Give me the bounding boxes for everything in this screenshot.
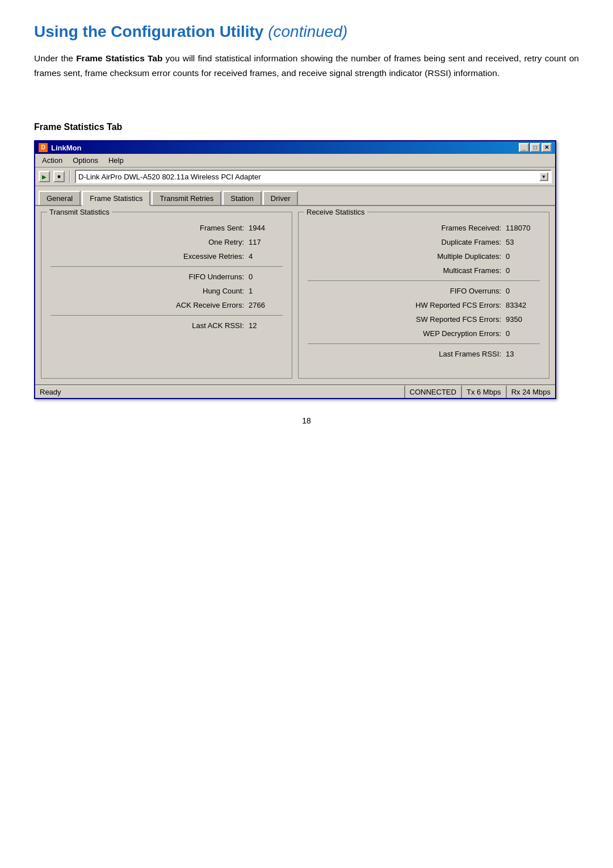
- tab-general[interactable]: General: [39, 191, 81, 205]
- stat-value: 0: [506, 252, 540, 261]
- page-number: 18: [34, 416, 579, 425]
- stat-row: Last Frames RSSI: 13: [308, 350, 540, 358]
- stat-label: FIFO Overruns:: [308, 287, 501, 295]
- toolbar: ▶ ■ D-Link AirPro DWL-A520 802.11a Wirel…: [35, 167, 555, 186]
- stop-button[interactable]: ■: [53, 171, 65, 182]
- tab-frame-statistics[interactable]: Frame Statistics: [82, 191, 150, 206]
- stat-row: SW Reported FCS Errors: 9350: [308, 315, 540, 324]
- stat-value: 0: [506, 287, 540, 295]
- section-title: Frame Statistics Tab: [34, 122, 579, 132]
- window-title: LinkMon: [51, 144, 81, 152]
- status-rx: Rx 24 Mbps: [507, 385, 555, 398]
- stat-row: FIFO Overruns: 0: [308, 287, 540, 295]
- tab-bar: General Frame Statistics Transmit Retrie…: [35, 186, 555, 206]
- stat-value: 53: [506, 238, 540, 246]
- stat-divider: [51, 266, 283, 267]
- stat-label: Excessive Retries:: [51, 252, 244, 261]
- stats-panels: Transmit Statistics Frames Sent: 1944 On…: [41, 212, 549, 379]
- adapter-dropdown[interactable]: D-Link AirPro DWL-A520 802.11a Wireless …: [75, 170, 552, 183]
- stat-label: Frames Sent:: [51, 224, 244, 232]
- titlebar-buttons: _ □ ✕: [519, 143, 552, 152]
- stat-value: 1: [249, 287, 283, 295]
- dropdown-arrow-icon: ▼: [539, 172, 548, 181]
- linkmon-window: D LinkMon _ □ ✕ Action Options Help ▶ ■ …: [34, 140, 556, 399]
- stat-row: FIFO Underruns: 0: [51, 272, 283, 281]
- stat-value: 9350: [506, 315, 540, 324]
- stat-value: 0: [506, 329, 540, 338]
- menu-action[interactable]: Action: [37, 155, 67, 166]
- stat-label: Frames Received:: [308, 224, 501, 232]
- stat-row: ACK Receive Errors: 2766: [51, 301, 283, 309]
- titlebar: D LinkMon _ □ ✕: [35, 141, 555, 154]
- stat-row: WEP Decryption Errors: 0: [308, 329, 540, 338]
- stat-label: One Retry:: [51, 238, 244, 246]
- menu-options[interactable]: Options: [68, 155, 103, 166]
- stat-value: 0: [506, 266, 540, 275]
- receive-panel: Receive Statistics Frames Received: 1180…: [298, 212, 549, 379]
- stat-row: Hung Count: 1: [51, 287, 283, 295]
- stat-divider: [51, 315, 283, 316]
- heading-continued: (continued): [268, 23, 347, 40]
- menubar: Action Options Help: [35, 154, 555, 167]
- stat-row: Last ACK RSSI: 12: [51, 321, 283, 330]
- stat-value: 118070: [506, 224, 540, 232]
- stat-label: SW Reported FCS Errors:: [308, 315, 501, 324]
- statusbar: Ready CONNECTED Tx 6 Mbps Rx 24 Mbps: [35, 384, 555, 398]
- stat-value: 4: [249, 252, 283, 261]
- play-button[interactable]: ▶: [39, 171, 50, 182]
- receive-panel-title: Receive Statistics: [304, 208, 367, 216]
- stat-label: Last ACK RSSI:: [51, 321, 244, 330]
- stat-row: Frames Sent: 1944: [51, 224, 283, 232]
- stat-label: HW Reported FCS Errors:: [308, 301, 501, 309]
- intro-paragraph: Under the Frame Statistics Tab you will …: [34, 51, 579, 80]
- stat-label: Duplicate Frames:: [308, 238, 501, 246]
- heading-main: Using the Configuration Utility: [34, 23, 263, 40]
- status-tx: Tx 6 Mbps: [462, 385, 507, 398]
- stat-label: FIFO Underruns:: [51, 272, 244, 281]
- stat-label: Last Frames RSSI:: [308, 350, 501, 358]
- transmit-panel: Transmit Statistics Frames Sent: 1944 On…: [41, 212, 292, 379]
- stat-label: Multiple Duplicates:: [308, 252, 501, 261]
- stat-row: One Retry: 117: [51, 238, 283, 246]
- tab-content: Transmit Statistics Frames Sent: 1944 On…: [35, 206, 555, 384]
- stat-label: Multicast Frames:: [308, 266, 501, 275]
- tab-station[interactable]: Station: [222, 191, 261, 205]
- stat-label: ACK Receive Errors:: [51, 301, 244, 309]
- stat-value: 12: [249, 321, 283, 330]
- tab-transmit-retries[interactable]: Transmit Retries: [152, 191, 221, 205]
- maximize-button[interactable]: □: [530, 143, 540, 152]
- stat-label: WEP Decryption Errors:: [308, 329, 501, 338]
- stat-label: Hung Count:: [51, 287, 244, 295]
- titlebar-left: D LinkMon: [39, 143, 81, 152]
- status-ready: Ready: [35, 385, 405, 398]
- status-connected: CONNECTED: [405, 385, 462, 398]
- stat-value: 13: [506, 350, 540, 358]
- stat-value: 2766: [249, 301, 283, 309]
- adapter-label: D-Link AirPro DWL-A520 802.11a Wireless …: [78, 173, 261, 181]
- stat-divider: [308, 343, 540, 344]
- bold-term: Frame Statistics Tab: [76, 53, 162, 63]
- stat-row: Excessive Retries: 4: [51, 252, 283, 261]
- stat-value: 1944: [249, 224, 283, 232]
- stat-value: 117: [249, 238, 283, 246]
- stat-value: 0: [249, 272, 283, 281]
- stat-value: 83342: [506, 301, 540, 309]
- menu-help[interactable]: Help: [104, 155, 128, 166]
- close-button[interactable]: ✕: [541, 143, 552, 152]
- toolbar-separator: [69, 170, 70, 183]
- stat-row: Multicast Frames: 0: [308, 266, 540, 275]
- tab-driver[interactable]: Driver: [263, 191, 299, 205]
- transmit-panel-title: Transmit Statistics: [47, 208, 112, 216]
- stat-row: Frames Received: 118070: [308, 224, 540, 232]
- stat-row: HW Reported FCS Errors: 83342: [308, 301, 540, 309]
- page-heading: Using the Configuration Utility (continu…: [34, 23, 579, 41]
- stat-row: Multiple Duplicates: 0: [308, 252, 540, 261]
- stat-row: Duplicate Frames: 53: [308, 238, 540, 246]
- minimize-button[interactable]: _: [519, 143, 529, 152]
- stat-divider: [308, 280, 540, 281]
- app-icon: D: [39, 143, 48, 152]
